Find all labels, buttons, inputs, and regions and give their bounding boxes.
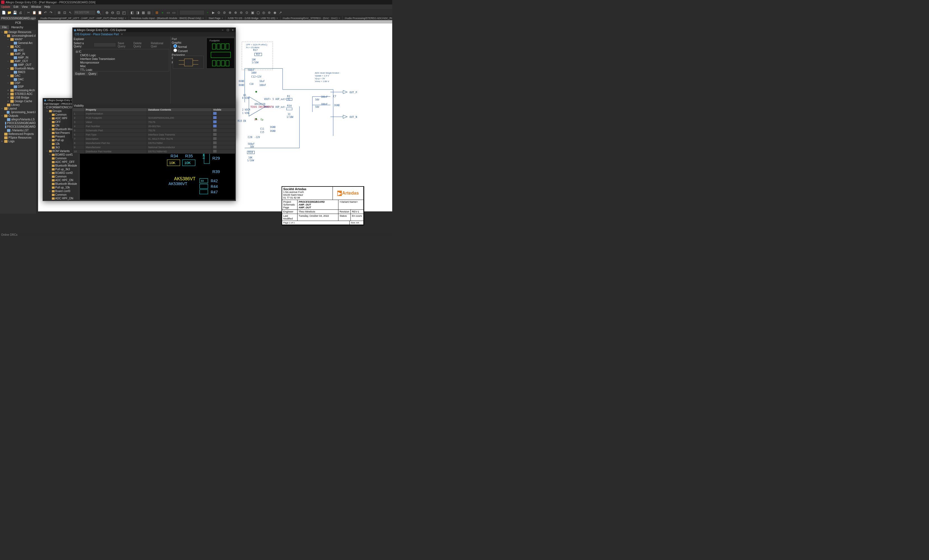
minimize-icon[interactable]: −	[221, 29, 224, 32]
tree-amp-in[interactable]: −AMP_IN	[0, 52, 36, 56]
part-2-icon[interactable]: ●	[160, 10, 165, 15]
cis-explorer-window[interactable]: ▣ Allegro Design Entry CIS - CIS Explore…	[72, 28, 236, 138]
sim-1-icon[interactable]: ▶	[211, 10, 216, 15]
tree-design-cache[interactable]: +Design Cache	[0, 99, 36, 103]
search-icon[interactable]: 🔍	[97, 10, 101, 15]
tree-pspice[interactable]: PSpice Resources	[0, 136, 36, 139]
tree-allegro-variants[interactable]: allegro/Variants.LS	[0, 118, 36, 121]
tree-usb-bridge[interactable]: +USB Bridge	[0, 96, 36, 99]
cat-cmos[interactable]: CMOS Logic	[75, 54, 169, 57]
vis-row[interactable]: 10Distributor Part NumbeDS75176BM-ND	[73, 150, 236, 154]
zoom-out-icon[interactable]: ⊖	[110, 10, 115, 15]
tool-1-icon[interactable]: ◧	[129, 10, 135, 15]
cat-interface[interactable]: Interface Data Transmission	[75, 57, 169, 61]
sim-9-icon[interactable]: ▢	[256, 10, 261, 15]
doc-tab-3[interactable]: /USB TO I2S - (USB Bridge : USB TO I2S)×	[225, 16, 281, 20]
save-icon[interactable]: 💾	[12, 10, 17, 15]
pm-b1-pu[interactable]: Pull up_3k3	[43, 167, 79, 171]
tree-adc-page[interactable]: ADC	[0, 49, 36, 52]
cat-ttl[interactable]: TTL Logic	[75, 68, 169, 71]
radio-normal[interactable]	[173, 44, 177, 48]
tree-processingboard-out2[interactable]: PROCESSINGBOARD	[0, 125, 36, 129]
close-icon[interactable]: ×	[339, 17, 340, 20]
tree-processingboard-out[interactable]: PROCESSINGBOARD	[0, 121, 36, 125]
sim-3-icon[interactable]: ⊘	[222, 10, 227, 15]
menu-update[interactable]: Update	[1, 5, 10, 8]
project-tab[interactable]: PROCESSINGBOARD.opj ×	[0, 16, 36, 21]
pm-b2-bt[interactable]: Bluetooth Module	[43, 182, 79, 186]
pm-b2-adc[interactable]: ADC HPF_ON	[43, 178, 79, 182]
pm-b1-bt[interactable]: Bluetooth Module	[43, 164, 79, 167]
pm-b2-common[interactable]: Common	[43, 175, 79, 178]
tree-dac-page[interactable]: DAC	[0, 78, 36, 81]
close-icon[interactable]: ×	[222, 17, 223, 20]
tree-proc-arch[interactable]: +Processing Arch	[0, 89, 36, 92]
vis-row[interactable]: 8Manufacturer Part NoDS75176BM	[73, 141, 236, 145]
sim-13-icon[interactable]: ↗	[278, 10, 283, 15]
menu-help[interactable]: Help	[44, 5, 51, 8]
print-icon[interactable]: 🖨	[18, 10, 23, 15]
tree-outputs[interactable]: −Outputs	[0, 114, 36, 118]
cut-icon[interactable]: ✂	[26, 10, 31, 15]
tree-ref-projects[interactable]: Referenced Projects	[0, 132, 36, 136]
part-input[interactable]	[179, 10, 204, 15]
query-select[interactable]	[94, 43, 116, 47]
place-icon[interactable]: +	[205, 10, 210, 15]
doc-tab-2[interactable]: Start Page×	[206, 16, 225, 20]
paste-icon[interactable]: 📋	[37, 10, 42, 15]
relational-query-btn[interactable]: Relational Quer	[151, 42, 169, 48]
close-icon[interactable]: ×	[276, 17, 278, 20]
doc-tab-4[interactable]: /Audio Processing/DAC_STEREO - (DAC : DA…	[281, 16, 343, 20]
cis-titlebar[interactable]: ▣ Allegro Design Entry CIS - CIS Explore…	[72, 28, 236, 32]
menu-window[interactable]: Window	[31, 5, 41, 8]
delete-query-btn[interactable]: Delete Query	[133, 42, 149, 48]
radio-convert[interactable]	[173, 49, 177, 52]
vis-h2[interactable]: Database Contents	[147, 108, 212, 112]
tree-amp-out[interactable]: −AMP_OUT	[0, 60, 36, 63]
part-1-icon[interactable]: ⊞	[154, 10, 159, 15]
search-input[interactable]	[74, 10, 96, 15]
vis-h1[interactable]: Property	[84, 108, 147, 112]
sim-4-icon[interactable]: ⊗	[227, 10, 233, 15]
tree-dac[interactable]: −DAC	[0, 74, 36, 78]
sim-10-icon[interactable]: ◎	[261, 10, 266, 15]
sim-7-icon[interactable]: ⊙	[244, 10, 249, 15]
sim-6-icon[interactable]: ⊖	[239, 10, 244, 15]
vis-row[interactable]: 3Value75176	[73, 120, 236, 124]
tree-stereo-adc[interactable]: +STEREO ADC	[0, 92, 36, 96]
close-icon[interactable]: ×	[121, 33, 123, 36]
tree-adc[interactable]: −ADC	[0, 45, 36, 49]
cat-micro[interactable]: Microprocessor	[75, 61, 169, 64]
tree-logs[interactable]: +Logs	[0, 139, 36, 143]
tree-processing-board-l[interactable]: .\processing_board.l	[0, 110, 36, 114]
part-3-icon[interactable]: ▭	[166, 10, 171, 15]
cis-subtab-label[interactable]: CIS Explorer - Place Database Part	[74, 33, 120, 36]
pm-b2-pu[interactable]: Pull up_10k	[43, 186, 79, 189]
close-icon[interactable]: ×	[231, 29, 235, 32]
sim-11-icon[interactable]: ⊚	[267, 10, 272, 15]
close-icon[interactable]: ×	[125, 17, 126, 20]
project-tab-close[interactable]: ×	[34, 17, 36, 20]
part-4-icon[interactable]: ▭	[171, 10, 176, 15]
pm-b3-common[interactable]: Common	[43, 193, 79, 197]
pm-b3-adc[interactable]: ADC HPF_ON	[43, 197, 79, 200]
pm-board2[interactable]: −BOARD conf2	[43, 171, 79, 175]
zoom-area-icon[interactable]: ◰	[121, 10, 126, 15]
tree-dsp-page[interactable]: DSP	[0, 85, 36, 89]
close-icon[interactable]: ×	[202, 17, 204, 20]
tree-main[interactable]: −MAIN*	[0, 38, 36, 41]
grid-icon[interactable]: ⊞	[57, 10, 61, 15]
snap-icon[interactable]: ⊡	[62, 10, 67, 15]
tree-layout[interactable]: −Layout	[0, 107, 36, 110]
vis-row[interactable]: 4Part Number20-00176A	[73, 124, 236, 129]
sim-2-icon[interactable]: ⊙	[216, 10, 221, 15]
tree-dsp[interactable]: −DSP	[0, 81, 36, 85]
doc-tab-1[interactable]: /Wireless Audio Input - (Bluetooth Modul…	[129, 16, 207, 20]
vis-row[interactable]: 5Schematic Part75176	[73, 129, 236, 133]
redo-icon[interactable]: ↷	[49, 10, 54, 15]
zoom-in-icon[interactable]: ⊕	[104, 10, 110, 15]
vis-h3[interactable]: Visible	[212, 108, 236, 112]
tab-file[interactable]: File	[0, 25, 9, 29]
pm-b1-adc[interactable]: ADC HPF_OFF	[43, 160, 79, 164]
open-icon[interactable]: 📁	[7, 10, 12, 15]
